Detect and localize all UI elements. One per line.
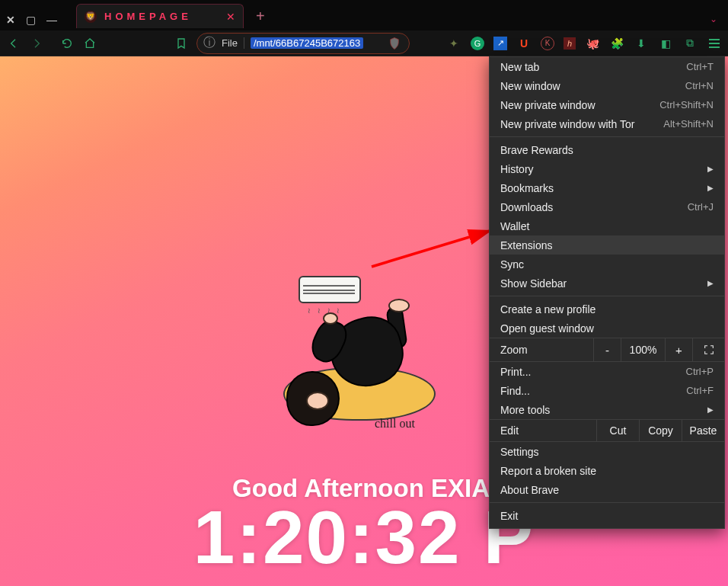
wallet-icon[interactable]: ⧉ bbox=[682, 36, 698, 51]
window-close-button[interactable]: ✕ bbox=[6, 14, 15, 26]
extension-icons: ✦ G ↗ U K h 🐙 🧩 ⬇ ◧ ⧉ bbox=[446, 36, 722, 51]
menu-item-create-a-new-profile[interactable]: Create a new profile bbox=[490, 299, 724, 319]
zoom-value: 100% bbox=[621, 338, 665, 361]
window-minimize-button[interactable]: — bbox=[46, 14, 57, 26]
ublock-icon[interactable]: U bbox=[516, 36, 532, 51]
menu-group-2: Brave RewardsHistory▶Bookmarks▶Downloads… bbox=[490, 140, 724, 293]
site-info-icon[interactable]: ⓘ bbox=[203, 35, 216, 51]
menu-item-show-sidebar[interactable]: Show Sidebar▶ bbox=[490, 274, 724, 293]
menu-item-brave-rewards[interactable]: Brave Rewards bbox=[490, 140, 724, 159]
edit-row: Edit Cut Copy Paste bbox=[490, 419, 724, 442]
toolbar: ⓘ File /mnt/66B67245B672163 ✦ G ↗ U K h … bbox=[0, 30, 728, 56]
zoom-in-button[interactable]: + bbox=[665, 338, 692, 361]
menu-item-exit[interactable]: Exit bbox=[490, 506, 724, 525]
reload-button[interactable] bbox=[59, 36, 75, 51]
menu-group-6: Exit bbox=[490, 506, 724, 525]
new-tab-button[interactable]: + bbox=[251, 8, 270, 25]
menu-item-extensions[interactable]: Extensions bbox=[490, 235, 724, 255]
hn-icon[interactable]: h bbox=[564, 37, 576, 50]
window-maximize-button[interactable]: ▢ bbox=[26, 14, 36, 26]
menu-item-about-brave[interactable]: About Brave bbox=[490, 480, 724, 499]
menu-item-downloads[interactable]: DownloadsCtrl+J bbox=[490, 197, 724, 216]
brave-shield-icon[interactable] bbox=[388, 37, 401, 50]
menu-item-find[interactable]: Find...Ctrl+F bbox=[490, 381, 724, 400]
chillout-text: chill out bbox=[375, 417, 415, 431]
zoom-label: Zoom bbox=[490, 344, 593, 356]
menu-item-new-tab[interactable]: New tabCtrl+T bbox=[490, 57, 724, 76]
download-icon[interactable]: ⬇ bbox=[634, 36, 649, 51]
illustration: ≀ ≀ ≀ ≀ chill out bbox=[283, 276, 443, 428]
menu-item-report-a-broken-site[interactable]: Report a broken site bbox=[490, 461, 724, 480]
tab-overflow-icon[interactable]: ⌄ bbox=[710, 14, 717, 24]
cut-button[interactable]: Cut bbox=[596, 420, 639, 441]
fullscreen-button[interactable] bbox=[692, 338, 724, 361]
octo-icon[interactable]: 🐙 bbox=[585, 36, 600, 51]
home-button[interactable] bbox=[82, 36, 97, 51]
menu-item-more-tools[interactable]: More tools▶ bbox=[490, 400, 724, 419]
copy-button[interactable]: Copy bbox=[639, 420, 682, 441]
url-scheme-label: File bbox=[222, 37, 244, 49]
bookmark-icon[interactable] bbox=[174, 36, 189, 51]
menu-group-4: Print...Ctrl+PFind...Ctrl+FMore tools▶ bbox=[490, 362, 724, 419]
menu-item-sync[interactable]: Sync bbox=[490, 255, 724, 274]
tab-strip: 🦁 HOMEPAGE ✕ + bbox=[76, 5, 270, 27]
menu-item-wallet[interactable]: Wallet bbox=[490, 216, 724, 235]
menu-group-5: SettingsReport a broken siteAbout Brave bbox=[490, 442, 724, 499]
tab-title: HOMEPAGE bbox=[104, 11, 192, 22]
edit-label: Edit bbox=[490, 420, 596, 441]
window-controls: ✕ ▢ — bbox=[6, 14, 57, 26]
share-icon[interactable]: ↗ bbox=[493, 37, 507, 50]
menu-item-print[interactable]: Print...Ctrl+P bbox=[490, 362, 724, 381]
extensions-icon[interactable]: 🧩 bbox=[609, 36, 624, 51]
menu-item-new-window[interactable]: New windowCtrl+N bbox=[490, 76, 724, 95]
tab-close-icon[interactable]: ✕ bbox=[226, 11, 235, 23]
address-bar[interactable]: ⓘ File /mnt/66B67245B672163 bbox=[196, 33, 410, 54]
menu-item-new-private-window[interactable]: New private windowCtrl+Shift+N bbox=[490, 95, 724, 114]
url-path: /mnt/66B67245B672163 bbox=[251, 37, 363, 49]
browser-window: ✕ ▢ — 🦁 HOMEPAGE ✕ + ⌄ ⓘ File /mnt/66B67… bbox=[0, 0, 728, 586]
sidepanel-icon[interactable]: ◧ bbox=[658, 36, 673, 51]
app-menu-button[interactable] bbox=[707, 36, 722, 51]
menu-group-3: Create a new profileOpen guest window bbox=[490, 299, 724, 338]
back-button[interactable] bbox=[6, 36, 21, 51]
menu-item-bookmarks[interactable]: Bookmarks▶ bbox=[490, 178, 724, 197]
menu-group-1: New tabCtrl+TNew windowCtrl+NNew private… bbox=[490, 57, 724, 133]
menu-item-settings[interactable]: Settings bbox=[490, 442, 724, 461]
k-icon[interactable]: K bbox=[541, 37, 554, 50]
zoom-out-button[interactable]: - bbox=[593, 338, 621, 361]
menu-item-history[interactable]: History▶ bbox=[490, 159, 724, 178]
paste-button[interactable]: Paste bbox=[682, 420, 724, 441]
menu-item-new-private-window-with-tor[interactable]: New private window with TorAlt+Shift+N bbox=[490, 114, 724, 133]
forward-button[interactable] bbox=[29, 36, 44, 51]
zoom-row: Zoom - 100% + bbox=[490, 338, 724, 362]
crypto-icon[interactable]: ✦ bbox=[446, 36, 461, 51]
tab-homepage[interactable]: 🦁 HOMEPAGE ✕ bbox=[76, 4, 244, 28]
tab-favicon: 🦁 bbox=[85, 11, 97, 23]
app-menu: New tabCtrl+TNew windowCtrl+NNew private… bbox=[489, 56, 725, 529]
menu-item-open-guest-window[interactable]: Open guest window bbox=[490, 319, 724, 338]
grammarly-icon[interactable]: G bbox=[471, 37, 484, 50]
